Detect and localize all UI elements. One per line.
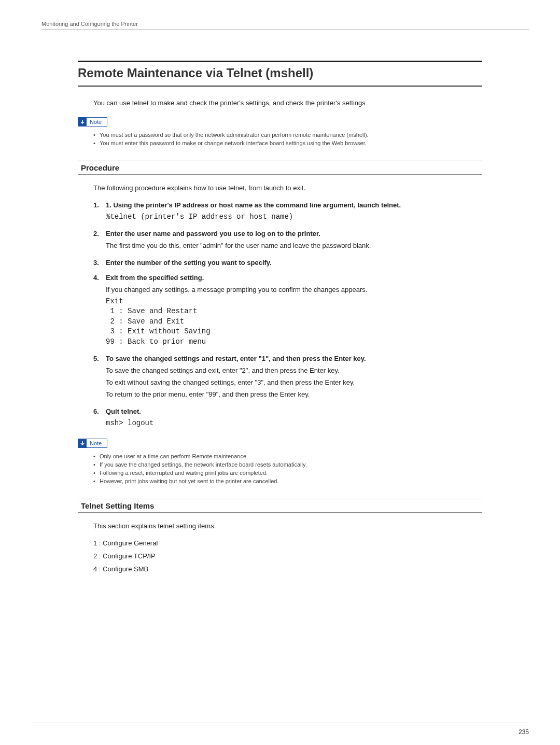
arrow-down-icon	[78, 118, 87, 126]
note-badge: Note	[78, 439, 107, 448]
note-label: Note	[87, 119, 107, 125]
step-sub: The first time you do this, enter "admin…	[106, 242, 482, 249]
step-6: 6. Quit telnet. msh> logout	[93, 407, 482, 429]
note-2-item-0: Only one user at a time can perform Remo…	[93, 453, 482, 459]
step-sub: If you changed any settings, a message p…	[106, 286, 482, 293]
running-head: Monitoring and Configuring the Printer	[41, 21, 529, 30]
telnet-settings-heading: Telnet Setting Items	[78, 499, 482, 513]
step-5: 5. To save the changed settings and rest…	[93, 355, 482, 400]
note-2-item-2: Following a reset, interrupted and waiti…	[93, 470, 482, 476]
setting-item-0: 1 : Configure General	[93, 539, 482, 547]
step-number: 5.	[93, 355, 106, 362]
step-number: 6.	[93, 407, 106, 415]
setting-item-2: 4 : Configure SMB	[93, 565, 482, 573]
note-1-list: You must set a password so that only the…	[93, 132, 482, 146]
step-title: Enter the user name and password you use…	[106, 230, 482, 237]
page-title: Remote Maintenance via Telnet (mshell)	[78, 61, 482, 87]
step-number: 2.	[93, 230, 106, 237]
procedure-steps: 1. 1. Using the printer's IP address or …	[93, 201, 482, 428]
note-2-list: Only one user at a time can perform Remo…	[93, 453, 482, 484]
step-number: 1.	[93, 201, 106, 209]
step-number: 4.	[93, 274, 106, 282]
setting-item-1: 2 : Configure TCP/IP	[93, 552, 482, 560]
step-2: 2. Enter the user name and password you …	[93, 230, 482, 251]
telnet-setting-items: 1 : Configure General 2 : Configure TCP/…	[93, 539, 482, 573]
step-number: 3.	[93, 259, 106, 266]
step-code: Exit 1 : Save and Restart 2 : Save and E…	[106, 297, 482, 347]
step-3: 3. Enter the number of the setting you w…	[93, 259, 482, 266]
procedure-intro: The following procedure explains how to …	[93, 184, 482, 192]
step-title: To save the changed settings and restart…	[106, 355, 482, 362]
step-title: Enter the number of the setting you want…	[106, 259, 482, 266]
page-number: 235	[519, 728, 529, 736]
arrow-down-icon	[78, 439, 87, 447]
step-title: Exit from the specified setting.	[106, 274, 482, 282]
step-4: 4. Exit from the specified setting. If y…	[93, 274, 482, 347]
step-sub-1: To exit without saving the changed setti…	[106, 378, 482, 386]
footer-rule	[31, 723, 529, 723]
note-2-item-3: However, print jobs waiting but not yet …	[93, 478, 482, 484]
document-page: Monitoring and Configuring the Printer R…	[0, 0, 560, 745]
step-sub-2: To return to the prior menu, enter "99",…	[106, 390, 482, 398]
note-label: Note	[87, 440, 107, 446]
procedure-heading: Procedure	[78, 161, 482, 175]
step-code: %telnet (printer's IP address or host na…	[106, 212, 482, 222]
note-1-item-0: You must set a password so that only the…	[93, 132, 482, 138]
step-title: Quit telnet.	[106, 407, 482, 415]
step-code: msh> logout	[106, 418, 482, 429]
step-1: 1. 1. Using the printer's IP address or …	[93, 201, 482, 222]
telnet-settings-intro: This section explains telnet setting ite…	[93, 522, 482, 530]
intro-text: You can use telnet to make and check the…	[93, 99, 482, 107]
note-1-item-1: You must enter this password to make or …	[93, 140, 482, 146]
step-sub-0: To save the changed settings and exit, e…	[106, 367, 482, 374]
main-content: Remote Maintenance via Telnet (mshell) Y…	[31, 61, 529, 573]
step-title: 1. Using the printer's IP address or hos…	[106, 201, 482, 209]
note-badge: Note	[78, 117, 107, 126]
note-2-item-1: If you save the changed settings, the ne…	[93, 461, 482, 468]
